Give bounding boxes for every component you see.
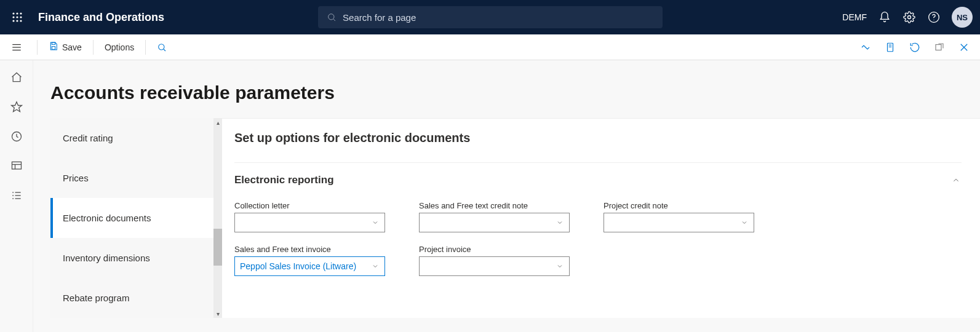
save-icon <box>49 41 58 53</box>
svg-rect-29 <box>12 162 21 169</box>
sales-credit-note-dropdown[interactable] <box>419 213 570 232</box>
save-label: Save <box>62 42 82 52</box>
svg-marker-27 <box>11 102 22 112</box>
options-button[interactable]: Options <box>97 34 141 60</box>
svg-point-0 <box>12 12 14 14</box>
personalize-icon[interactable] <box>857 39 874 56</box>
global-search-input[interactable]: Search for a page <box>318 6 663 28</box>
scroll-thumb[interactable] <box>213 229 222 266</box>
nav-item-inventory-dimensions[interactable]: Inventory dimensions <box>50 238 213 278</box>
action-bar: Save Options <box>0 34 980 60</box>
divider <box>145 40 146 55</box>
svg-line-20 <box>164 49 165 51</box>
workspaces-icon[interactable] <box>9 159 24 173</box>
subsection-title: Electronic reporting <box>234 174 334 186</box>
chevron-down-icon <box>556 218 564 227</box>
svg-rect-18 <box>52 47 55 50</box>
nav-item-label: Credit rating <box>63 133 113 143</box>
field-label: Sales and Free text credit note <box>419 201 573 210</box>
close-icon[interactable] <box>955 39 973 56</box>
nav-toggle-icon[interactable] <box>0 34 33 60</box>
app-title: Finance and Operations <box>38 11 164 24</box>
svg-point-3 <box>12 16 14 18</box>
nav-item-label: Inventory dimensions <box>63 253 150 263</box>
divider <box>234 162 962 163</box>
field-label: Project credit note <box>604 201 757 210</box>
popout-icon[interactable] <box>931 39 948 56</box>
nav-item-credit-rating[interactable]: Credit rating <box>50 118 213 158</box>
page-search-icon[interactable] <box>149 34 174 60</box>
nav-item-label: Rebate program <box>63 293 129 303</box>
svg-point-4 <box>16 16 18 18</box>
nav-item-electronic-documents[interactable]: Electronic documents <box>50 198 213 238</box>
project-credit-note-dropdown[interactable] <box>604 213 754 232</box>
svg-point-8 <box>20 20 22 22</box>
page-content: Accounts receivable parameters Credit ra… <box>33 60 980 332</box>
divider <box>37 40 38 55</box>
divider <box>93 40 94 55</box>
home-icon[interactable] <box>9 70 24 85</box>
field-label: Collection letter <box>234 201 388 210</box>
svg-rect-17 <box>52 42 55 44</box>
scroll-down-icon[interactable]: ▾ <box>213 309 222 318</box>
help-icon[interactable] <box>927 10 941 24</box>
field-label: Sales and Free text invoice <box>234 245 388 254</box>
svg-point-9 <box>329 14 334 20</box>
options-label: Options <box>105 42 134 52</box>
combo-value: Peppol Sales Invoice (Litware) <box>240 261 371 271</box>
project-invoice-dropdown[interactable] <box>419 256 570 276</box>
collection-letter-dropdown[interactable] <box>234 213 385 232</box>
svg-rect-21 <box>888 43 893 52</box>
svg-line-10 <box>333 19 335 21</box>
chevron-down-icon <box>556 262 564 271</box>
global-header: Finance and Operations Search for a page… <box>0 0 980 34</box>
svg-point-19 <box>159 44 164 49</box>
svg-point-1 <box>16 12 18 14</box>
company-indicator[interactable]: DEMF <box>842 12 867 22</box>
notifications-icon[interactable] <box>878 10 891 24</box>
chevron-down-icon <box>371 262 380 271</box>
nav-item-rebate-program[interactable]: Rebate program <box>50 278 213 318</box>
nav-item-label: Electronic documents <box>63 213 151 223</box>
side-nav-scrollbar[interactable]: ▴ ▾ <box>213 118 222 318</box>
field-project-invoice: Project invoice <box>419 245 573 276</box>
modules-icon[interactable] <box>9 188 24 203</box>
svg-rect-24 <box>936 44 941 50</box>
field-label: Project invoice <box>419 245 573 254</box>
recent-icon[interactable] <box>9 129 24 144</box>
left-rail <box>0 60 33 332</box>
svg-point-2 <box>20 12 22 14</box>
field-collection-letter: Collection letter <box>234 201 388 232</box>
field-sales-credit-note: Sales and Free text credit note <box>419 201 573 232</box>
section-title: Set up options for electronic documents <box>234 131 962 145</box>
svg-point-6 <box>12 20 14 22</box>
svg-point-5 <box>20 16 22 18</box>
scroll-up-icon[interactable]: ▴ <box>213 118 222 127</box>
field-sales-invoice: Sales and Free text invoice Peppol Sales… <box>234 245 388 276</box>
collapse-section-icon[interactable] <box>950 175 962 186</box>
svg-point-13 <box>934 20 934 20</box>
chevron-down-icon <box>740 218 749 227</box>
page-title: Accounts receivable parameters <box>33 60 980 118</box>
field-project-credit-note: Project credit note <box>604 201 757 232</box>
chevron-down-icon <box>371 218 380 227</box>
sales-invoice-dropdown[interactable]: Peppol Sales Invoice (Litware) <box>234 256 385 276</box>
svg-point-7 <box>16 20 18 22</box>
user-avatar[interactable]: NS <box>952 7 973 28</box>
svg-point-11 <box>908 16 911 19</box>
attachments-icon[interactable] <box>882 39 899 56</box>
form-panel: Set up options for electronic documents … <box>222 118 980 318</box>
save-button[interactable]: Save <box>41 34 89 60</box>
search-placeholder: Search for a page <box>343 12 416 23</box>
refresh-icon[interactable] <box>906 39 923 56</box>
settings-icon[interactable] <box>902 10 916 24</box>
parameter-side-nav: Credit rating Prices Electronic document… <box>50 118 213 318</box>
nav-item-label: Prices <box>63 173 89 183</box>
nav-item-prices[interactable]: Prices <box>50 158 213 198</box>
favorites-icon[interactable] <box>9 100 24 114</box>
app-launcher-icon[interactable] <box>7 7 27 27</box>
